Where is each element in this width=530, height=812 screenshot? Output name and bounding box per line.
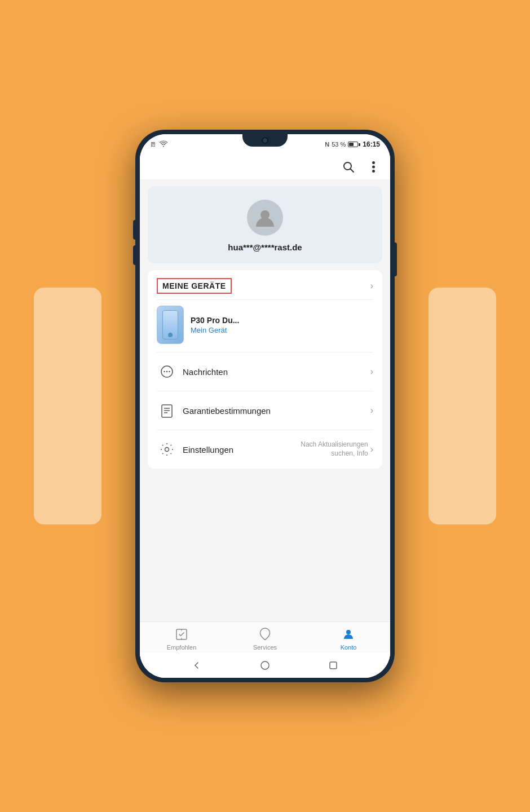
my-devices-section[interactable]: MEINE GERÄTE ›: [157, 270, 373, 300]
device-label: Mein Gerät: [191, 326, 239, 334]
nav-services[interactable]: Services: [245, 626, 285, 651]
person-icon: [254, 206, 276, 229]
einstellungen-sub: Nach Aktualisierungen suchen, Info: [295, 440, 368, 458]
svg-point-2: [372, 161, 375, 164]
nav-empfohlen[interactable]: Empfohlen: [162, 626, 201, 651]
profile-section: hua***@****rast.de: [148, 186, 382, 263]
wifi-icon: [160, 140, 167, 148]
nav-empfohlen-label: Empfohlen: [167, 644, 197, 651]
einstellungen-item[interactable]: Einstellungen Nach Aktualisierungen such…: [157, 430, 373, 469]
device-image: [157, 306, 184, 344]
nachrichten-chevron: ›: [370, 367, 373, 377]
my-devices-title: MEINE GERÄTE: [157, 278, 232, 294]
front-camera: [262, 137, 268, 144]
svg-point-17: [261, 661, 269, 669]
konto-icon: [341, 626, 356, 642]
volume-buttons: [133, 220, 135, 265]
svg-rect-18: [330, 662, 337, 669]
svg-point-3: [372, 166, 375, 169]
bottom-nav: Empfohlen Services: [140, 621, 390, 653]
more-button[interactable]: [365, 159, 381, 175]
services-icon: [257, 626, 273, 642]
einstellungen-icon: [157, 439, 177, 460]
empfohlen-icon: [174, 626, 189, 642]
sim-icon: 🖹: [150, 141, 156, 148]
phone-screen: 🖹 N 53 % 16:15: [140, 134, 390, 678]
status-bar: 🖹 N 53 % 16:15: [140, 134, 390, 155]
nachrichten-icon: [157, 361, 177, 382]
svg-point-16: [346, 630, 351, 634]
garantie-item[interactable]: Garantiebestimmungen ›: [157, 391, 373, 430]
svg-point-8: [166, 371, 167, 372]
search-button[interactable]: [341, 159, 356, 175]
recents-button[interactable]: [327, 659, 339, 672]
power-button: [395, 242, 397, 276]
my-devices-chevron: ›: [370, 281, 373, 291]
garantie-label: Garantiebestimmungen: [183, 406, 370, 416]
nav-services-label: Services: [253, 644, 277, 651]
status-bar-right: N 53 % 16:15: [325, 140, 380, 148]
device-phone-shape: [162, 310, 178, 339]
menu-area: MEINE GERÄTE › P30 Pro Du... Mein Gerät: [148, 270, 382, 469]
battery-percent: 53 %: [332, 141, 346, 148]
home-button[interactable]: [259, 659, 271, 672]
time: 16:15: [363, 140, 380, 148]
svg-point-9: [169, 371, 170, 372]
einstellungen-chevron: ›: [370, 444, 373, 454]
svg-rect-10: [162, 405, 172, 417]
status-bar-left: 🖹: [150, 140, 167, 148]
einstellungen-label: Einstellungen: [183, 445, 295, 454]
battery-icon: [348, 142, 360, 147]
user-email: hua***@****rast.de: [228, 242, 302, 252]
phone-frame: 🖹 N 53 % 16:15: [135, 130, 395, 682]
garantie-chevron: ›: [370, 405, 373, 416]
nachrichten-item[interactable]: Nachrichten ›: [157, 352, 373, 391]
svg-point-7: [164, 371, 165, 372]
notch: [242, 134, 288, 147]
nav-konto-label: Konto: [341, 644, 357, 651]
nav-konto[interactable]: Konto: [329, 626, 368, 651]
avatar: [247, 200, 283, 236]
device-info: P30 Pro Du... Mein Gerät: [191, 316, 239, 334]
garantie-icon: [157, 400, 177, 421]
system-nav: [140, 653, 390, 678]
nachrichten-label: Nachrichten: [183, 367, 370, 377]
bg-card-right: [429, 288, 496, 524]
device-name: P30 Pro Du...: [191, 316, 239, 325]
device-item[interactable]: P30 Pro Du... Mein Gerät: [157, 300, 373, 352]
app-content: hua***@****rast.de MEINE GERÄTE ›: [140, 155, 390, 678]
back-button[interactable]: [191, 659, 203, 672]
bg-card-left: [34, 288, 101, 524]
svg-line-1: [351, 169, 354, 173]
action-bar: [140, 155, 390, 179]
nfc-icon: N: [325, 141, 329, 148]
svg-point-14: [165, 448, 169, 452]
svg-point-4: [372, 170, 375, 173]
